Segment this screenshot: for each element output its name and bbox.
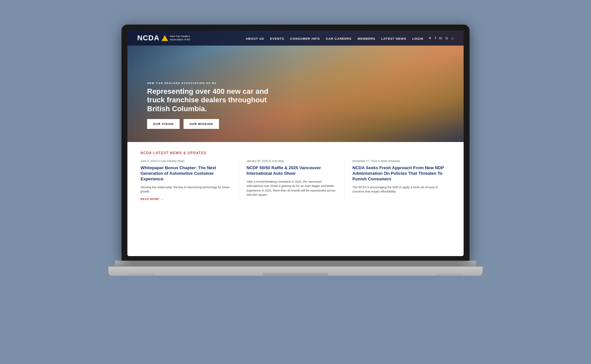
hero-title: Representing over 400 new car and truck …: [147, 87, 285, 113]
nav-social-icons: ✕ f in ⊙ ⌕: [428, 36, 454, 40]
screen: NCDA New Car Dealers Association of BC A…: [127, 30, 464, 256]
nav-item-news[interactable]: LATEST NEWS: [381, 35, 406, 41]
logo-tagline: New Car Dealers Association of BC: [170, 35, 191, 41]
nav-link-careers: CAR CAREERS: [326, 37, 351, 40]
news-meta-3: November 27, 2024 in News Releases: [352, 159, 450, 163]
website: NCDA New Car Dealers Association of BC A…: [127, 30, 464, 256]
navigation: NCDA New Car Dealers Association of BC A…: [127, 30, 464, 46]
nav-item-consumer[interactable]: CONSUMER INFO: [290, 35, 320, 41]
nav-link-consumer: CONSUMER INFO: [290, 37, 320, 40]
nav-links: ABOUT US EVENTS CONSUMER INFO CAR CAREER…: [246, 35, 423, 41]
laptop-hinge: [115, 261, 476, 267]
linkedin-icon[interactable]: in: [439, 36, 442, 40]
nav-link-about: ABOUT US: [246, 37, 264, 40]
nav-item-login[interactable]: LOGIN: [412, 35, 423, 41]
nav-link-login: LOGIN: [412, 37, 423, 40]
news-section: NCDA LATEST NEWS & UPDATES June 3, 2024 …: [127, 142, 464, 256]
news-excerpt-3: The NCDA is encouraging the NDP to apply…: [352, 185, 450, 194]
logo-triangle-icon: [162, 35, 168, 41]
news-excerpt-2: After a record-breaking comeback in 2024…: [247, 180, 338, 197]
logo[interactable]: NCDA New Car Dealers Association of BC: [137, 34, 191, 42]
nav-item-members[interactable]: MEMBERS: [358, 35, 375, 41]
hero-content: NEW CAR DEALERS ASSOCIATION OF BC Repres…: [147, 82, 285, 129]
laptop-foot-left: [128, 274, 154, 276]
our-vision-button[interactable]: OUR VISION: [147, 119, 180, 129]
nav-item-about[interactable]: ABOUT US: [246, 35, 264, 41]
hero-buttons: OUR VISION OUR MISSION: [147, 119, 285, 129]
laptop-foot-right: [437, 274, 463, 276]
news-title-2[interactable]: NCDF 50/50 Raffle & 2025 Vancouver Inter…: [247, 165, 338, 176]
our-mission-button[interactable]: OUR MISSION: [184, 119, 219, 129]
nav-link-news: LATEST NEWS: [381, 37, 406, 40]
logo-area: NCDA New Car Dealers Association of BC: [137, 34, 191, 42]
read-more-1[interactable]: READ MORE →: [141, 197, 232, 201]
logo-ncda-text: NCDA: [137, 34, 160, 42]
news-excerpt-1: Winning the relationship: the key to har…: [141, 185, 232, 194]
nav-link-events: EVENTS: [270, 37, 284, 40]
facebook-icon[interactable]: f: [435, 36, 436, 40]
nav-link-members: MEMBERS: [358, 37, 375, 40]
news-section-label: NCDA LATEST NEWS & UPDATES: [141, 151, 450, 155]
news-card-1: June 3, 2024 in Auto Industry News White…: [141, 159, 239, 201]
news-grid: June 3, 2024 in Auto Industry News White…: [141, 159, 450, 201]
news-title-1[interactable]: Whitepaper Bonus Chapter: The Next Gener…: [141, 165, 232, 182]
twitter-x-icon[interactable]: ✕: [428, 36, 431, 40]
news-card-2: January 30, 2025 in Auto Blog NCDF 50/50…: [247, 159, 345, 201]
laptop-container: NCDA New Car Dealers Association of BC A…: [115, 25, 476, 339]
screen-bezel: NCDA New Car Dealers Association of BC A…: [121, 25, 470, 261]
logo-tagline-line2: Association of BC: [170, 38, 191, 41]
news-meta-2: January 30, 2025 in Auto Blog: [247, 159, 338, 163]
news-title-3[interactable]: NCDA Seeks Fresh Approach From New NDP A…: [352, 165, 450, 182]
nav-item-careers[interactable]: CAR CAREERS: [326, 35, 351, 41]
news-meta-1: June 3, 2024 in Auto Industry News: [141, 159, 232, 163]
news-card-3: November 27, 2024 in News Releases NCDA …: [352, 159, 450, 201]
search-icon[interactable]: ⌕: [451, 36, 454, 40]
hero-subtitle: NEW CAR DEALERS ASSOCIATION OF BC: [147, 82, 285, 85]
logo-tagline-line1: New Car Dealers: [170, 35, 191, 38]
laptop-base: [108, 267, 483, 276]
read-more-arrow-1: →: [160, 197, 164, 201]
read-more-label-1: READ MORE: [141, 197, 159, 201]
hero-section: NEW CAR DEALERS ASSOCIATION OF BC Repres…: [127, 30, 464, 142]
nav-item-events[interactable]: EVENTS: [270, 35, 284, 41]
instagram-icon[interactable]: ⊙: [445, 36, 448, 40]
